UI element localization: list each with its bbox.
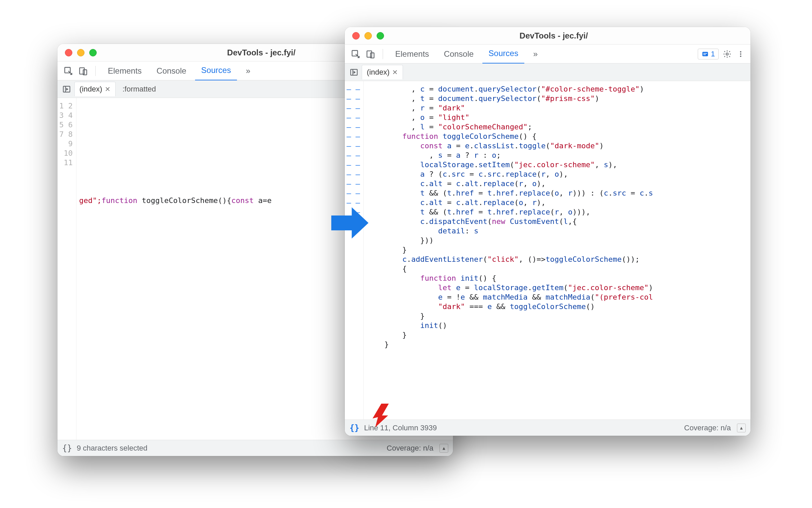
tab-sources[interactable]: Sources (195, 61, 237, 81)
tab-elements[interactable]: Elements (389, 45, 435, 63)
file-tab-label: (index) (367, 68, 389, 77)
tab-console[interactable]: Console (438, 45, 480, 63)
line-gutter: – – – – – – – – – – – – – – – – – – – – … (345, 81, 364, 420)
svg-point-13 (740, 55, 741, 57)
issues-count: 1 (711, 50, 715, 58)
close-icon[interactable] (65, 49, 72, 56)
inspect-icon[interactable] (62, 65, 74, 77)
svg-rect-7 (702, 52, 708, 56)
svg-point-11 (740, 51, 741, 52)
code-content[interactable]: , c = document.querySelector("#color-sch… (364, 81, 750, 420)
cursor-position: Line 11, Column 3939 (364, 424, 437, 432)
tab-sources[interactable]: Sources (482, 44, 524, 64)
status-message: 9 characters selected (77, 444, 147, 453)
file-tab-index[interactable]: (index) ✕ (74, 82, 116, 96)
devtools-window-right: DevTools - jec.fyi/ Elements Console Sou… (345, 27, 750, 436)
tab-elements[interactable]: Elements (102, 61, 148, 80)
svg-rect-9 (703, 54, 706, 55)
device-icon[interactable] (364, 48, 377, 60)
coverage-label: Coverage: n/a (684, 424, 731, 432)
window-title: DevTools - jec.fyi/ (384, 31, 750, 41)
inspect-icon[interactable] (350, 48, 362, 60)
svg-point-12 (740, 53, 741, 54)
code-editor[interactable]: – – – – – – – – – – – – – – – – – – – – … (345, 81, 750, 420)
main-toolbar: Elements Console Sources » 1 (345, 45, 750, 63)
collapse-icon[interactable]: ▴ (737, 424, 746, 432)
pretty-print-button[interactable]: {} (62, 443, 72, 453)
file-tab-label: (index) (79, 85, 102, 94)
gear-icon[interactable] (721, 48, 733, 60)
titlebar: DevTools - jec.fyi/ (345, 27, 750, 45)
close-icon[interactable] (352, 32, 360, 40)
svg-rect-1 (80, 68, 85, 74)
svg-point-10 (726, 53, 729, 55)
tabs-overflow[interactable]: » (527, 45, 544, 63)
tabs-overflow[interactable]: » (240, 61, 256, 80)
file-tab-bar: (index) ✕ (345, 63, 750, 81)
pretty-print-button[interactable]: {} (350, 423, 359, 433)
file-tab-formatted[interactable]: :formatted (118, 82, 161, 96)
status-bar: {} Line 11, Column 3939 Coverage: n/a ▴ (345, 420, 750, 436)
kebab-icon[interactable] (736, 48, 746, 60)
device-icon[interactable] (77, 65, 89, 77)
file-tab-index[interactable]: (index) ✕ (362, 65, 403, 79)
zoom-icon[interactable] (377, 32, 384, 40)
coverage-label: Coverage: n/a (387, 444, 433, 453)
separator (383, 49, 383, 59)
collapse-icon[interactable]: ▴ (439, 444, 448, 453)
show-navigator-icon[interactable] (61, 83, 72, 95)
tab-console[interactable]: Console (150, 61, 192, 80)
zoom-icon[interactable] (89, 49, 97, 56)
minimize-icon[interactable] (364, 32, 372, 40)
traffic-lights (57, 49, 97, 56)
svg-rect-8 (703, 53, 707, 54)
svg-rect-5 (367, 51, 372, 57)
separator (95, 66, 96, 76)
close-icon[interactable]: ✕ (105, 85, 111, 93)
status-bar: {} 9 characters selected Coverage: n/a ▴ (57, 440, 453, 456)
close-icon[interactable]: ✕ (392, 68, 398, 76)
line-gutter: 1 2 3 4 5 6 7 8 9 10 11 (57, 98, 76, 440)
show-navigator-icon[interactable] (348, 67, 360, 78)
traffic-lights (345, 32, 384, 40)
issues-button[interactable]: 1 (698, 49, 719, 59)
minimize-icon[interactable] (77, 49, 85, 56)
